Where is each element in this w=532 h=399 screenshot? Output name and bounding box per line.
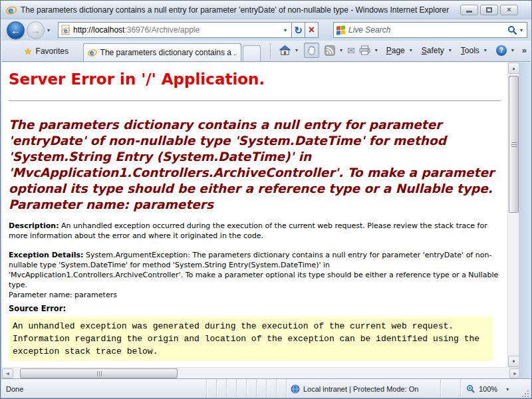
refresh-icon: ↻ <box>294 25 303 35</box>
zoom-magnifier-icon <box>466 384 475 394</box>
tools-menu-label: Tools <box>461 46 479 55</box>
more-commands-chevron[interactable]: » <box>522 45 528 55</box>
description-text: An unhandled exception occurred during t… <box>9 221 487 240</box>
scroll-down-icon: ▼ <box>511 359 516 364</box>
search-input[interactable] <box>348 25 507 35</box>
address-dropdown-button[interactable]: ▾ <box>279 27 291 33</box>
safety-menu-label: Safety <box>422 46 444 55</box>
help-dropdown-button[interactable]: ▾ <box>509 47 517 53</box>
favorites-label: Favorites <box>36 47 68 56</box>
safety-menu[interactable]: Safety ▾ <box>420 44 456 57</box>
search-box: ▾ <box>333 22 527 38</box>
close-button[interactable]: × <box>500 5 518 15</box>
stop-icon: × <box>309 25 315 35</box>
address-bar[interactable]: e http://localhost:36976/Archive/apple ▾ <box>58 22 292 38</box>
exception-details-label: Exception Details: <box>9 251 83 259</box>
close-icon: × <box>507 6 511 13</box>
home-icon <box>279 45 291 55</box>
browser-window: e The parameters dictionary contains a n… <box>0 0 532 399</box>
vertical-scrollbar[interactable]: ▲ ▼ <box>507 63 519 367</box>
help-button[interactable]: ? ▾ <box>494 43 519 58</box>
help-icon: ? <box>496 45 507 56</box>
navigation-bar: ← → ▾ e http://localhost:36976/Archive/a… <box>1 19 531 41</box>
page-menu-label: Page <box>386 46 405 55</box>
feeds-button[interactable] <box>323 43 337 58</box>
horizontal-scrollbar[interactable]: ◄ ► <box>2 367 521 378</box>
forward-button[interactable]: → <box>27 21 45 39</box>
security-zone[interactable]: Local intranet | Protected Mode: On <box>286 379 440 399</box>
read-mail-button[interactable]: ✉ <box>345 43 357 58</box>
live-search-flag-icon <box>336 25 345 35</box>
command-bar: ▾ ▾ ✉ <box>277 41 528 61</box>
scroll-up-icon: ▲ <box>511 66 516 70</box>
print-dropdown-button[interactable]: ▾ <box>372 47 380 53</box>
hand-tool-button[interactable] <box>304 43 319 58</box>
tools-menu[interactable]: Tools ▾ <box>459 44 491 57</box>
favorites-button[interactable]: ★ Favorites <box>19 43 74 59</box>
resize-grip[interactable] <box>521 379 531 399</box>
title-bar: e The parameters dictionary contains a n… <box>1 1 531 19</box>
url-path: :36976/Archive/apple <box>124 25 200 35</box>
error-page-heading: Server Error in '/' Application. <box>9 70 501 88</box>
back-button[interactable]: ← <box>7 21 25 39</box>
source-error-label: Source Error: <box>9 304 501 313</box>
minimize-button[interactable] <box>460 5 478 15</box>
zoom-level: 100% <box>479 385 497 393</box>
scroll-down-button[interactable]: ▼ <box>508 356 519 367</box>
scroll-up-button[interactable]: ▲ <box>508 63 519 74</box>
home-dropdown-button[interactable]: ▾ <box>293 47 301 53</box>
scrollbar-track[interactable] <box>178 368 509 378</box>
tab-ie-icon: e <box>88 48 97 57</box>
history-dropdown-button[interactable]: ▾ <box>45 27 53 33</box>
ie-logo-icon: e <box>6 5 17 15</box>
zoom-dropdown-button[interactable]: ▾ <box>503 386 511 392</box>
hand-icon <box>307 45 317 55</box>
feeds-dropdown-button[interactable]: ▾ <box>337 47 345 53</box>
scrollbar-grip <box>511 144 517 145</box>
scroll-left-icon: ◄ <box>5 371 10 376</box>
search-magnifier-icon[interactable] <box>507 25 517 35</box>
page-menu[interactable]: Page ▾ <box>384 44 417 57</box>
window-frame-edge <box>519 63 532 378</box>
print-button[interactable] <box>357 43 372 57</box>
scrollbar-grip <box>99 371 100 376</box>
svg-text:e: e <box>63 27 67 34</box>
safety-menu-dropdown-icon: ▾ <box>446 47 454 53</box>
maximize-icon <box>486 7 492 13</box>
rss-feeds-icon <box>325 45 335 56</box>
page-content: Server Error in '/' Application. The par… <box>2 63 507 367</box>
refresh-button[interactable]: ↻ <box>291 22 305 38</box>
horizontal-scrollbar-thumb[interactable] <box>20 368 178 378</box>
status-text: Done <box>1 379 206 399</box>
svg-text:e: e <box>89 49 94 57</box>
description-label: Description: <box>9 221 59 230</box>
toolbar-separator <box>270 44 271 59</box>
search-dropdown-button[interactable]: ▾ <box>517 27 525 33</box>
tab-title: The parameters dictionary contains a ... <box>100 48 237 57</box>
svg-text:e: e <box>8 5 13 15</box>
vertical-scrollbar-thumb[interactable] <box>509 76 519 213</box>
page-favicon-icon: e <box>59 25 73 35</box>
tools-menu-dropdown-icon: ▾ <box>481 47 489 53</box>
tab-bar: ★ Favorites e The parameters dictionary … <box>1 41 531 62</box>
globe-icon <box>291 384 300 394</box>
heading-divider <box>9 100 501 101</box>
scroll-left-button[interactable]: ◄ <box>2 368 13 378</box>
stop-button[interactable]: × <box>305 22 319 38</box>
security-zone-text: Local intranet | Protected Mode: On <box>303 385 418 393</box>
window-frame-bottom <box>1 398 531 398</box>
forward-icon: → <box>31 25 41 36</box>
maximize-button[interactable] <box>480 5 498 15</box>
home-button[interactable] <box>277 43 293 57</box>
tab-active[interactable]: e The parameters dictionary contains a .… <box>83 43 241 61</box>
back-icon: ← <box>11 25 21 36</box>
error-message-text: The parameters dictionary contains a nul… <box>9 118 494 196</box>
error-message: The parameters dictionary contains a nul… <box>9 117 501 213</box>
url-host: http://localhost <box>73 25 124 35</box>
scroll-right-icon: ► <box>513 371 517 376</box>
url-text: http://localhost:36976/Archive/apple <box>73 25 279 35</box>
zoom-control[interactable]: 100% ▾ <box>460 379 521 399</box>
new-tab-button[interactable] <box>243 45 261 61</box>
exception-details-paragraph: Exception Details: System.ArgumentExcept… <box>9 250 501 300</box>
window-title: The parameters dictionary contains a nul… <box>21 5 460 15</box>
